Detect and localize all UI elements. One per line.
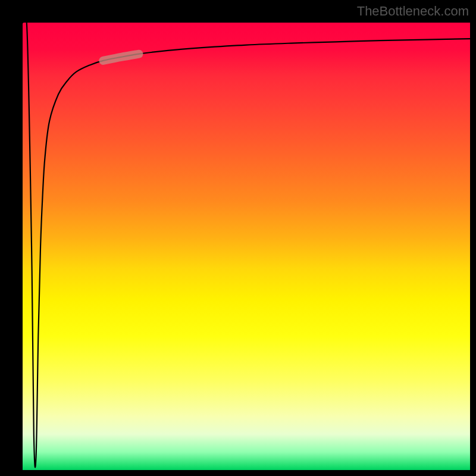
plot-area (23, 23, 470, 470)
highlight-segment (103, 54, 139, 61)
attribution-text: TheBottleneck.com (357, 4, 469, 19)
curve-svg (23, 23, 470, 470)
bottleneck-curve (23, 23, 470, 467)
